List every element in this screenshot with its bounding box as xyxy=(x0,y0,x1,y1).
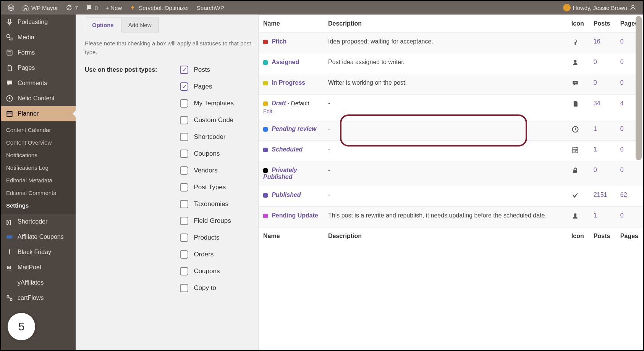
status-posts[interactable]: 1 xyxy=(589,207,616,227)
posttype-custom-code[interactable]: Custom Code xyxy=(180,116,234,124)
posttype-post-types[interactable]: Post Types xyxy=(180,183,234,192)
sidebar-item-forms[interactable]: Forms xyxy=(1,45,76,60)
status-row-pending-update[interactable]: Pending UpdateThis post is a rewrite and… xyxy=(259,207,643,227)
posttype-pages[interactable]: Pages xyxy=(180,82,234,91)
checkbox[interactable] xyxy=(180,217,188,225)
sidebar-item-planner[interactable]: Planner xyxy=(1,106,76,121)
status-posts[interactable]: 0 xyxy=(589,74,616,95)
updates[interactable]: 7 xyxy=(62,1,82,14)
posttype-vendors[interactable]: Vendors xyxy=(180,166,234,175)
sidebar-item-media[interactable]: Media xyxy=(1,30,76,45)
posttype-my-templates[interactable]: My Templates xyxy=(180,99,234,108)
status-posts[interactable]: 34 xyxy=(589,95,616,120)
sidebar-sub-editorial-metadata[interactable]: Editorial Metadata xyxy=(1,174,76,187)
row-action-edit[interactable]: Edit xyxy=(263,108,319,114)
tab-options[interactable]: Options xyxy=(85,18,121,32)
status-posts[interactable]: 16 xyxy=(589,33,616,53)
checkbox[interactable] xyxy=(180,267,188,275)
user-menu[interactable]: Howdy, Jessie Brown xyxy=(559,1,640,14)
wp-logo[interactable] xyxy=(4,1,18,14)
checkbox[interactable] xyxy=(180,99,188,108)
svg-rect-16 xyxy=(573,170,577,173)
status-posts[interactable]: 1 xyxy=(589,120,616,141)
new-content[interactable]: + New xyxy=(102,1,126,14)
status-link[interactable]: Pending Update xyxy=(272,212,318,219)
checkbox[interactable] xyxy=(180,183,188,192)
status-row-published[interactable]: Published-215162 xyxy=(259,186,643,207)
sidebar-sub-settings[interactable]: Settings xyxy=(1,199,76,212)
sidebar-item-comments[interactable]: Comments xyxy=(1,76,76,91)
checkbox[interactable] xyxy=(180,284,188,292)
sidebar-item-label: Media xyxy=(18,34,34,41)
sidebar-item-cartflows[interactable]: cartFlows xyxy=(1,290,76,306)
posttype-copy-to[interactable]: Copy to xyxy=(180,284,234,292)
th-name[interactable]: Name xyxy=(259,15,324,33)
th-desc[interactable]: Description xyxy=(324,15,567,33)
checkbox[interactable] xyxy=(180,116,188,124)
status-icon xyxy=(567,141,589,161)
posttype-orders[interactable]: Orders xyxy=(180,250,234,259)
sidebar-item-mailpoet[interactable]: MMailPoet xyxy=(1,260,76,275)
sidebar-item-shortcoder[interactable]: [/]Shortcoder xyxy=(1,214,76,229)
status-pages[interactable]: 62 xyxy=(616,186,643,207)
status-link[interactable]: Assigned xyxy=(272,59,299,65)
status-posts[interactable]: 0 xyxy=(589,53,616,74)
checkbox[interactable] xyxy=(180,166,188,175)
status-row-assigned[interactable]: AssignedPost idea assigned to writer.00 xyxy=(259,53,643,74)
status-link[interactable]: Pitch xyxy=(272,38,286,45)
tab-add-new[interactable]: Add New xyxy=(121,18,159,32)
site-name[interactable]: WP Mayor xyxy=(18,1,62,14)
posttype-taxonomies[interactable]: Taxonomies xyxy=(180,200,234,208)
posttype-field-groups[interactable]: Field Groups xyxy=(180,217,234,225)
sidebar-item-podcasting[interactable]: Podcasting xyxy=(1,14,76,30)
servebolt[interactable]: Servebolt Optimizer xyxy=(126,1,193,14)
status-row-pending-review[interactable]: Pending review-10 xyxy=(259,120,643,141)
sidebar-sub-content-overview[interactable]: Content Overview xyxy=(1,136,76,149)
posttype-coupons[interactable]: Coupons xyxy=(180,150,234,158)
sidebar-item-label: Comments xyxy=(18,80,47,87)
th-icon[interactable]: Icon xyxy=(567,15,589,33)
comments[interactable]: 0 xyxy=(82,1,102,14)
status-pages[interactable]: 0 xyxy=(616,207,643,227)
checkbox[interactable] xyxy=(180,133,188,141)
sidebar-sub-notifications[interactable]: Notifications xyxy=(1,149,76,161)
th-posts[interactable]: Posts xyxy=(589,15,616,33)
status-pages[interactable]: 0 xyxy=(616,161,643,186)
sidebar-sub-editorial-comments[interactable]: Editorial Comments xyxy=(1,187,76,199)
status-posts[interactable]: 2151 xyxy=(589,186,616,207)
status-link[interactable]: Scheduled xyxy=(272,146,303,153)
scrollbar[interactable] xyxy=(636,16,642,160)
sidebar-item-pages[interactable]: Pages xyxy=(1,60,76,76)
status-row-draft[interactable]: Draft - DefaultEdit-344 xyxy=(259,95,643,120)
checkbox[interactable] xyxy=(180,250,188,259)
status-row-privately-published[interactable]: Privately Published-00 xyxy=(259,161,643,186)
sidebar-item-label: cartFlows xyxy=(18,295,44,301)
status-posts[interactable]: 1 xyxy=(589,141,616,161)
sidebar-item-affiliate[interactable]: Affiliate Coupons xyxy=(1,229,76,245)
posttype-products[interactable]: Products xyxy=(180,233,234,242)
status-row-pitch[interactable]: PitchIdea proposed; waiting for acceptan… xyxy=(259,33,643,53)
status-posts[interactable]: 0 xyxy=(589,161,616,186)
checkbox[interactable] xyxy=(180,82,188,91)
sidebar-item-blackfriday[interactable]: Black Friday xyxy=(1,245,76,260)
sidebar-sub-content-calendar[interactable]: Content Calendar xyxy=(1,124,76,136)
checkbox[interactable] xyxy=(180,150,188,158)
status-link[interactable]: Published xyxy=(272,192,301,198)
searchwp[interactable]: SearchWP xyxy=(193,1,228,14)
posttype-posts[interactable]: Posts xyxy=(180,66,234,74)
checkbox[interactable] xyxy=(180,200,188,208)
status-row-scheduled[interactable]: Scheduled-10 xyxy=(259,141,643,161)
status-link[interactable]: Pending review xyxy=(272,126,316,132)
posttype-coupons[interactable]: Coupons xyxy=(180,267,234,275)
status-link[interactable]: In Progress xyxy=(272,79,305,86)
checkbox[interactable] xyxy=(180,66,188,74)
sidebar-sub-notifications-log[interactable]: Notifications Log xyxy=(1,161,76,174)
posttype-shortcoder[interactable]: Shortcoder xyxy=(180,133,234,141)
checkbox[interactable] xyxy=(180,233,188,242)
sidebar-item-label: Black Friday xyxy=(18,249,51,256)
status-link[interactable]: Privately Published xyxy=(263,167,297,180)
status-row-in-progress[interactable]: In ProgressWriter is working on the post… xyxy=(259,74,643,95)
status-link[interactable]: Draft xyxy=(272,100,286,106)
sidebar-item-nelio[interactable]: Nelio Content xyxy=(1,91,76,106)
sidebar-item-easyaff[interactable]: yAffiliates xyxy=(1,275,76,290)
